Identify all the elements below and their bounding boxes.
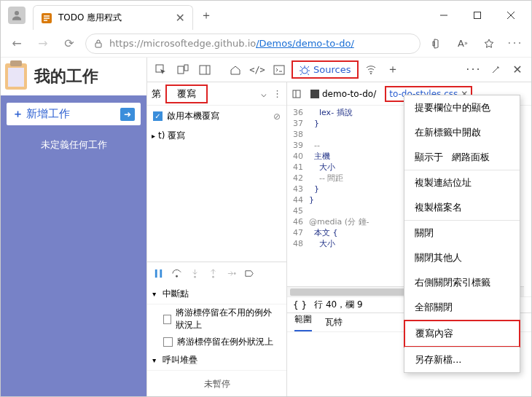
tab-close-icon[interactable]: ✕ — [176, 11, 185, 25]
watch-tab[interactable]: 瓦特 — [325, 316, 343, 329]
url-host: https://microsoftedge.github.io — [109, 38, 256, 49]
ctx-close[interactable]: 關閉 — [404, 221, 520, 245]
svg-point-26 — [212, 275, 214, 278]
ctx-close-others[interactable]: 關閉其他人 — [404, 245, 520, 270]
step-into-icon[interactable] — [189, 268, 200, 279]
html-file-icon — [310, 90, 319, 98]
clear-icon[interactable]: ⊘ — [273, 111, 281, 122]
url-field[interactable]: https://microsoftedge.github.io/Demos/de… — [85, 34, 420, 54]
devtools-tabbar: </> Sources ＋ ··· ✕ — [147, 58, 531, 82]
more-icon[interactable]: ··· — [505, 34, 525, 54]
debugger-pane: 中斷點 將游標停留在不用的例外狀況上 將游標停留在例外狀況上 呼叫堆疊 未暫停 — [147, 262, 286, 397]
svg-rect-6 — [95, 43, 101, 47]
svg-rect-8 — [178, 66, 184, 74]
inspect-icon[interactable] — [152, 60, 171, 79]
console-icon[interactable] — [270, 60, 289, 79]
nav-tab-first[interactable]: 第 — [152, 87, 161, 101]
profile-avatar[interactable] — [8, 7, 26, 24]
window-close-button[interactable] — [495, 4, 527, 26]
not-paused-text: 未暫停 — [147, 371, 286, 397]
add-task-label: 新增工作 — [26, 107, 70, 121]
network-icon[interactable] — [361, 60, 380, 79]
elements-icon[interactable]: </> — [248, 60, 267, 79]
svg-point-13 — [302, 68, 308, 74]
nav-tab-overrides[interactable]: 覆寫 — [165, 84, 208, 103]
window-maximize-button[interactable] — [461, 4, 493, 26]
ctx-close-all[interactable]: 全部關閉 — [404, 295, 520, 320]
nav-tabs-more-icon[interactable]: ⋮ — [273, 88, 282, 99]
context-menu: 提要欄位中的顯色 在新標籤中開啟 顯示于 網路面板 複製連結位址 複製檔案名 關… — [404, 95, 520, 373]
browser-tab[interactable]: TODO 應用程式 ✕ — [33, 5, 193, 30]
ctx-override-content[interactable]: 覆寫內容 — [404, 320, 520, 347]
nav-reload-button[interactable]: ⟳ — [59, 34, 79, 54]
scope-tab[interactable]: 範圍 — [294, 313, 312, 331]
demo-page: 我的工作 ＋ 新增工作 ➜ 未定義任何工作 — [1, 58, 146, 397]
window-minimize-button[interactable] — [428, 4, 460, 26]
url-path: /Demos/demo-to-do/ — [256, 38, 354, 49]
more-tabs-button[interactable]: ＋ — [383, 60, 402, 79]
enable-overrides-label: 啟用本機覆寫 — [167, 110, 219, 122]
page-title: 我的工作 — [34, 66, 98, 87]
favorite-icon[interactable] — [479, 34, 499, 54]
ctx-close-right[interactable]: 右側關閉索引標籤 — [404, 270, 520, 295]
nav-tree-root[interactable]: ▸t) 覆寫 — [152, 130, 282, 142]
svg-point-24 — [176, 275, 178, 277]
nav-forward-button: → — [33, 34, 53, 54]
svg-line-20 — [308, 74, 309, 75]
bp1-checkbox[interactable] — [163, 315, 171, 324]
devtools-more-icon[interactable]: ··· — [464, 60, 483, 79]
svg-rect-3 — [474, 12, 481, 19]
svg-rect-10 — [200, 66, 210, 74]
ctx-show-in[interactable]: 顯示于 網路面板 — [404, 145, 520, 170]
breakpoints-header[interactable]: 中斷點 — [163, 288, 189, 300]
ctx-open-new-tab[interactable]: 在新標籤中開啟 — [404, 120, 520, 145]
bp2-checkbox[interactable] — [163, 337, 173, 347]
file-nav-icon[interactable] — [292, 89, 302, 99]
bug-icon — [300, 65, 310, 75]
svg-point-0 — [15, 11, 19, 15]
code-tab-demo[interactable]: demo-to-do/ — [306, 87, 380, 101]
ctx-save-as[interactable]: 另存新檔... — [404, 347, 520, 372]
plus-icon: ＋ — [12, 107, 23, 121]
devtools-settings-icon[interactable] — [486, 60, 505, 79]
pause-icon[interactable] — [153, 268, 164, 279]
enable-overrides-checkbox[interactable]: ✓ — [153, 111, 163, 121]
svg-line-17 — [300, 66, 302, 68]
ctx-copy-link[interactable]: 複製連結位址 — [404, 170, 520, 195]
window-titlebar: TODO 應用程式 ✕ ＋ — [1, 1, 531, 30]
callstack-header[interactable]: 呼叫堆疊 — [163, 354, 197, 366]
svg-point-25 — [194, 275, 196, 278]
add-task-input[interactable]: ＋ 新增工作 ➜ — [7, 103, 141, 125]
address-bar: ← → ⟳ https://microsoftedge.github.io/De… — [1, 30, 531, 58]
submit-arrow-icon[interactable]: ➜ — [120, 108, 135, 121]
new-tab-button[interactable]: ＋ — [196, 5, 216, 25]
panel-icon[interactable] — [195, 60, 214, 79]
sources-tab[interactable]: Sources — [292, 60, 359, 79]
device-icon[interactable] — [173, 60, 192, 79]
svg-rect-30 — [310, 90, 319, 98]
step-over-icon[interactable] — [171, 268, 182, 279]
nav-tabs-chevron-icon[interactable]: ⌵ — [261, 88, 267, 99]
svg-rect-12 — [274, 66, 284, 74]
step-icon[interactable] — [226, 268, 237, 279]
deactivate-bp-icon[interactable] — [244, 268, 255, 279]
favicon-checklist-icon — [41, 12, 52, 24]
ctx-reveal[interactable]: 提要欄位中的顯色 — [404, 95, 520, 120]
read-aloud-icon[interactable] — [426, 34, 447, 54]
nav-back-button[interactable]: ← — [7, 34, 27, 54]
bp1-label: 將游標停留在不用的例外狀況上 — [176, 307, 281, 331]
welcome-icon[interactable] — [226, 60, 245, 79]
svg-point-27 — [234, 272, 236, 275]
svg-line-18 — [308, 66, 309, 68]
ctx-copy-filename[interactable]: 複製檔案名 — [404, 195, 520, 220]
svg-rect-23 — [160, 269, 162, 277]
clipboard-icon — [5, 63, 27, 90]
text-size-icon[interactable]: A» — [453, 34, 473, 54]
svg-rect-9 — [184, 65, 188, 71]
devtools-close-icon[interactable]: ✕ — [508, 60, 527, 79]
format-icon[interactable]: { } — [293, 300, 307, 310]
step-out-icon[interactable] — [208, 268, 219, 279]
svg-point-21 — [370, 73, 372, 74]
svg-rect-22 — [155, 269, 157, 277]
lock-icon — [93, 39, 103, 49]
